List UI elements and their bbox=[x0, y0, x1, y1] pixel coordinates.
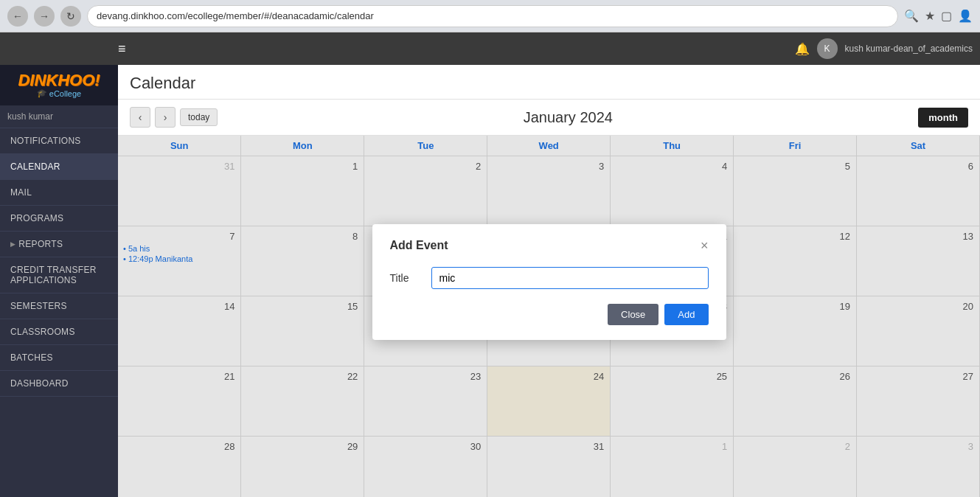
page-title: Calendar bbox=[130, 74, 968, 93]
sidebar-logo: DINKHOO! 🎓 eCollege bbox=[0, 65, 118, 105]
browser-icons: 🔍 ★ ▢ 👤 bbox=[904, 9, 973, 23]
form-row-title: Title bbox=[390, 267, 709, 289]
modal-footer: Close Add bbox=[390, 304, 709, 325]
sidebar-item-reports[interactable]: REPORTS bbox=[0, 232, 118, 257]
search-icon[interactable]: 🔍 bbox=[904, 9, 919, 23]
close-button[interactable]: Close bbox=[608, 304, 658, 325]
sidebar-item-semesters[interactable]: SEMESTERS bbox=[0, 293, 118, 319]
address-bar[interactable]: devang.dinkhoo.com/ecollege/member/#/dea… bbox=[87, 5, 898, 27]
sidebar: DINKHOO! 🎓 eCollege kush kumar NOTIFICAT… bbox=[0, 65, 118, 497]
sidebar-item-credit-transfer[interactable]: CREDIT TRANSFER APPLICATIONS bbox=[0, 257, 118, 293]
main-content: Calendar ‹ › today January 2024 month Su… bbox=[118, 65, 980, 497]
graduation-icon: 🎓 bbox=[37, 88, 47, 98]
user-name: kush kumar-dean_of_academics bbox=[845, 44, 973, 54]
sidebar-user: kush kumar bbox=[0, 105, 118, 128]
add-button[interactable]: Add bbox=[664, 304, 708, 325]
logo-sub-text: eCollege bbox=[49, 89, 81, 98]
title-label: Title bbox=[390, 272, 420, 284]
event-title-input[interactable] bbox=[431, 267, 709, 289]
avatar: K bbox=[817, 38, 838, 59]
page-header: Calendar bbox=[118, 65, 980, 100]
sidebar-item-programs[interactable]: PROGRAMS bbox=[0, 206, 118, 232]
calendar-toolbar: ‹ › today January 2024 month bbox=[118, 100, 980, 136]
modal-body: Title bbox=[390, 267, 709, 289]
notification-bell-icon[interactable]: 🔔 bbox=[795, 42, 810, 56]
month-view-button[interactable]: month bbox=[918, 108, 968, 128]
top-bar: ≡ 🔔 K kush kumar-dean_of_academics bbox=[0, 32, 980, 65]
modal-title: Add Event bbox=[390, 239, 448, 252]
url-text: devang.dinkhoo.com/ecollege/member/#/dea… bbox=[97, 10, 374, 21]
sidebar-item-mail[interactable]: MAIL bbox=[0, 180, 118, 206]
modal-overlay: Add Event × Title Close Add bbox=[118, 136, 980, 497]
modal-close-x-button[interactable]: × bbox=[701, 239, 709, 252]
sidebar-item-batches[interactable]: BATCHES bbox=[0, 345, 118, 371]
sidebar-nav: NOTIFICATIONS CALENDAR MAIL PROGRAMS REP… bbox=[0, 128, 118, 497]
calendar-nav: ‹ › today bbox=[130, 107, 218, 128]
sidebar-item-dashboard[interactable]: Dashboard bbox=[0, 371, 118, 397]
logo-sub: 🎓 eCollege bbox=[7, 88, 111, 98]
logo-text: DINKHOO! bbox=[7, 72, 111, 88]
menu-toggle-icon[interactable]: ≡ bbox=[118, 41, 126, 57]
back-button[interactable]: ← bbox=[7, 6, 28, 27]
bookmark-icon[interactable]: ★ bbox=[925, 9, 935, 23]
sidebar-item-notifications[interactable]: NOTIFICATIONS bbox=[0, 128, 118, 154]
extensions-icon[interactable]: ▢ bbox=[941, 9, 952, 23]
sidebar-item-classrooms[interactable]: CLASSROOMS bbox=[0, 319, 118, 345]
browser-chrome: ← → ↻ devang.dinkhoo.com/ecollege/member… bbox=[0, 0, 980, 32]
next-month-button[interactable]: › bbox=[155, 107, 176, 128]
profile-icon[interactable]: 👤 bbox=[958, 9, 973, 23]
today-button[interactable]: today bbox=[180, 108, 218, 126]
prev-month-button[interactable]: ‹ bbox=[130, 107, 150, 128]
add-event-modal: Add Event × Title Close Add bbox=[372, 224, 726, 340]
calendar-month-title: January 2024 bbox=[524, 109, 613, 126]
modal-header: Add Event × bbox=[390, 239, 709, 252]
forward-button[interactable]: → bbox=[34, 6, 55, 27]
sidebar-item-calendar[interactable]: CALENDAR bbox=[0, 154, 118, 180]
reload-button[interactable]: ↻ bbox=[60, 6, 81, 27]
